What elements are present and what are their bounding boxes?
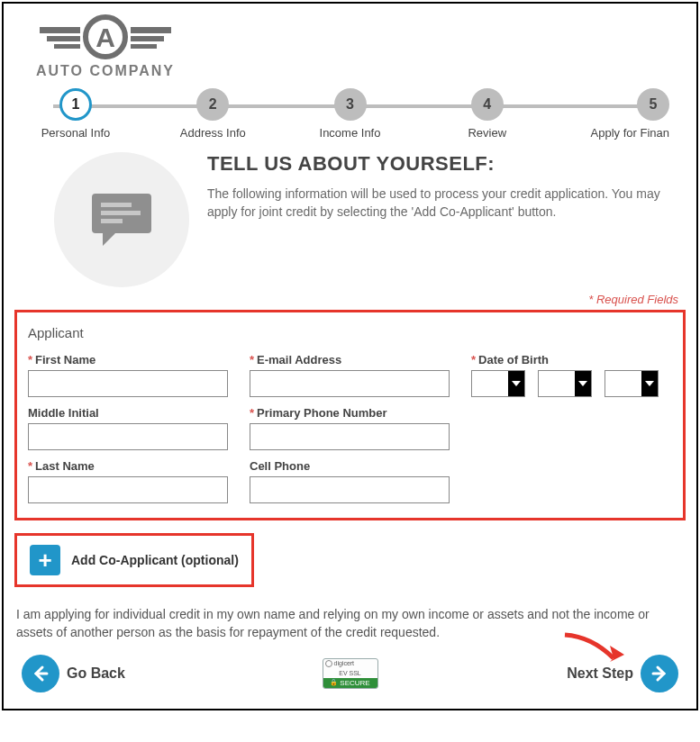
seal-line2: EV SSL: [323, 670, 377, 676]
first-name-field: *First Name: [28, 353, 228, 397]
dob-field: *Date of Birth: [471, 353, 671, 397]
last-name-field: *Last Name: [28, 459, 228, 503]
arrow-left-icon: [22, 655, 59, 692]
cell-phone-input[interactable]: [250, 476, 450, 503]
chevron-down-icon: [508, 371, 524, 396]
page-heading: TELL US ABOUT YOURSELF:: [207, 152, 682, 176]
page-description: The following information will be used t…: [207, 185, 682, 222]
step-circle: 3: [334, 88, 367, 121]
middle-initial-label: Middle Initial: [28, 406, 228, 420]
first-name-input[interactable]: [28, 370, 228, 397]
go-back-button[interactable]: Go Back: [22, 655, 125, 692]
dob-year-select[interactable]: [605, 370, 659, 397]
cell-phone-field: Cell Phone: [250, 459, 450, 503]
next-step-button[interactable]: Next Step: [567, 655, 678, 692]
required-fields-note: * Required Fields: [13, 293, 678, 306]
security-seal[interactable]: digicert EV SSL SECURE: [323, 658, 378, 689]
seal-brand: digicert: [323, 659, 377, 668]
first-name-label: *First Name: [28, 353, 228, 366]
plus-icon: [30, 545, 60, 575]
speech-bubble-icon: [90, 192, 153, 248]
svg-rect-1: [47, 36, 80, 41]
arrow-right-icon: [641, 655, 678, 692]
email-label: *E-mail Address: [250, 353, 450, 366]
footer-nav: Go Back digicert EV SSL SECURE Next Step: [13, 655, 687, 696]
step-4[interactable]: 4 Review: [442, 88, 532, 140]
middle-initial-input[interactable]: [28, 423, 228, 450]
svg-rect-0: [40, 27, 80, 33]
svg-rect-3: [131, 27, 171, 33]
last-name-label: *Last Name: [28, 459, 228, 473]
dob-month-select[interactable]: [471, 370, 525, 397]
add-coapplicant-button[interactable]: Add Co-Applicant (optional): [14, 533, 254, 587]
email-field: *E-mail Address: [250, 353, 450, 397]
step-label: Personal Info: [41, 126, 111, 140]
step-circle: 4: [471, 88, 504, 121]
progress-stepper: 1 Personal Info 2 Address Info 3 Income …: [13, 88, 687, 140]
primary-phone-input[interactable]: [250, 423, 450, 450]
step-circle: 5: [637, 88, 669, 121]
next-step-label: Next Step: [567, 665, 633, 682]
step-label: Address Info: [180, 126, 246, 140]
svg-rect-5: [131, 44, 157, 49]
step-1[interactable]: 1 Personal Info: [31, 88, 121, 140]
step-5[interactable]: 5 Apply for Finan: [579, 88, 669, 140]
step-circle: 2: [196, 88, 229, 121]
applicant-section-title: Applicant: [28, 325, 672, 340]
svg-rect-8: [101, 203, 132, 207]
svg-rect-4: [131, 36, 164, 41]
step-3[interactable]: 3 Income Info: [305, 88, 395, 140]
go-back-label: Go Back: [67, 665, 125, 682]
intro-section: TELL US ABOUT YOURSELF: The following in…: [13, 152, 687, 287]
chevron-down-icon: [575, 371, 591, 396]
svg-rect-10: [101, 219, 123, 223]
applicant-form-section: Applicant *First Name Middle Initial *La…: [14, 310, 686, 520]
cell-phone-label: Cell Phone: [250, 459, 450, 473]
logo-wings-icon: A: [38, 14, 173, 59]
add-coapplicant-label: Add Co-Applicant (optional): [71, 553, 239, 567]
step-label: Review: [468, 126, 506, 140]
dob-label: *Date of Birth: [471, 353, 671, 366]
middle-initial-field: Middle Initial: [28, 406, 228, 450]
primary-phone-field: *Primary Phone Number: [250, 406, 450, 450]
email-input[interactable]: [250, 370, 450, 397]
svg-text:A: A: [95, 23, 115, 52]
dob-day-select[interactable]: [538, 370, 592, 397]
credit-disclosure-text: I am applying for individual credit in m…: [16, 605, 684, 642]
step-label: Income Info: [320, 126, 381, 140]
step-circle: 1: [59, 88, 92, 121]
step-2[interactable]: 2 Address Info: [168, 88, 258, 140]
svg-rect-2: [54, 44, 80, 49]
seal-secure: SECURE: [323, 678, 377, 688]
last-name-input[interactable]: [28, 476, 228, 503]
brand-name: AUTO COMPANY: [36, 63, 175, 79]
svg-rect-9: [101, 211, 141, 215]
chevron-down-icon: [641, 371, 658, 396]
primary-phone-label: *Primary Phone Number: [250, 406, 450, 420]
intro-icon-circle: [54, 152, 189, 287]
step-label: Apply for Finan: [591, 126, 669, 140]
brand-logo: A AUTO COMPANY: [20, 14, 191, 79]
